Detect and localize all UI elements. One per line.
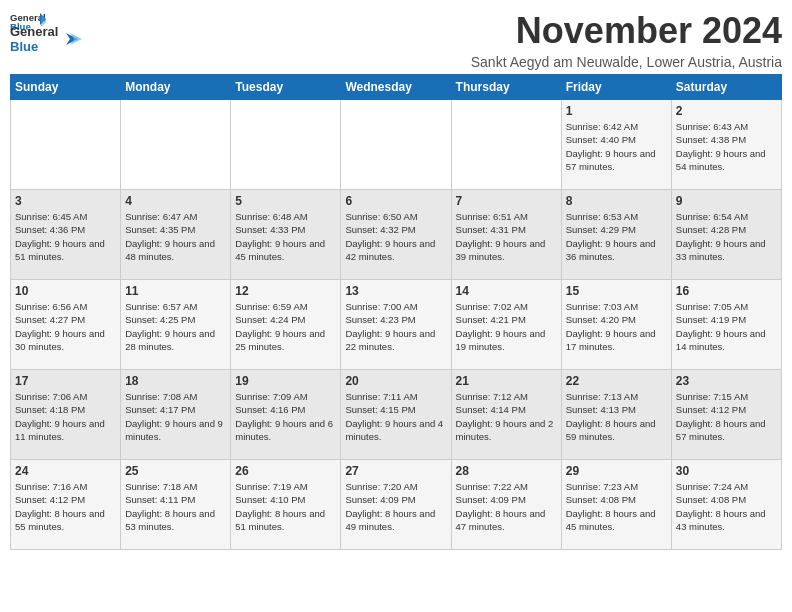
calendar-week-row: 3Sunrise: 6:45 AM Sunset: 4:36 PM Daylig… bbox=[11, 190, 782, 280]
day-number: 18 bbox=[125, 374, 226, 388]
calendar-day-cell: 28Sunrise: 7:22 AM Sunset: 4:09 PM Dayli… bbox=[451, 460, 561, 550]
day-number: 29 bbox=[566, 464, 667, 478]
calendar-day-cell: 19Sunrise: 7:09 AM Sunset: 4:16 PM Dayli… bbox=[231, 370, 341, 460]
calendar-day-cell: 13Sunrise: 7:00 AM Sunset: 4:23 PM Dayli… bbox=[341, 280, 451, 370]
day-info: Sunrise: 6:59 AM Sunset: 4:24 PM Dayligh… bbox=[235, 300, 336, 353]
logo-general: General bbox=[10, 24, 58, 39]
calendar-day-cell: 21Sunrise: 7:12 AM Sunset: 4:14 PM Dayli… bbox=[451, 370, 561, 460]
day-info: Sunrise: 7:12 AM Sunset: 4:14 PM Dayligh… bbox=[456, 390, 557, 443]
day-info: Sunrise: 7:13 AM Sunset: 4:13 PM Dayligh… bbox=[566, 390, 667, 443]
day-number: 5 bbox=[235, 194, 336, 208]
calendar-day-cell: 11Sunrise: 6:57 AM Sunset: 4:25 PM Dayli… bbox=[121, 280, 231, 370]
day-info: Sunrise: 7:15 AM Sunset: 4:12 PM Dayligh… bbox=[676, 390, 777, 443]
weekday-header-cell: Friday bbox=[561, 75, 671, 100]
day-info: Sunrise: 7:23 AM Sunset: 4:08 PM Dayligh… bbox=[566, 480, 667, 533]
logo: General Blue General Blue bbox=[10, 10, 82, 54]
day-number: 30 bbox=[676, 464, 777, 478]
day-info: Sunrise: 7:18 AM Sunset: 4:11 PM Dayligh… bbox=[125, 480, 226, 533]
location-subtitle: Sankt Aegyd am Neuwalde, Lower Austria, … bbox=[471, 54, 782, 70]
day-number: 11 bbox=[125, 284, 226, 298]
day-info: Sunrise: 6:50 AM Sunset: 4:32 PM Dayligh… bbox=[345, 210, 446, 263]
weekday-header-cell: Sunday bbox=[11, 75, 121, 100]
calendar-week-row: 17Sunrise: 7:06 AM Sunset: 4:18 PM Dayli… bbox=[11, 370, 782, 460]
calendar-day-cell: 8Sunrise: 6:53 AM Sunset: 4:29 PM Daylig… bbox=[561, 190, 671, 280]
calendar-day-cell: 14Sunrise: 7:02 AM Sunset: 4:21 PM Dayli… bbox=[451, 280, 561, 370]
day-number: 3 bbox=[15, 194, 116, 208]
calendar-day-cell: 29Sunrise: 7:23 AM Sunset: 4:08 PM Dayli… bbox=[561, 460, 671, 550]
day-number: 22 bbox=[566, 374, 667, 388]
day-info: Sunrise: 7:22 AM Sunset: 4:09 PM Dayligh… bbox=[456, 480, 557, 533]
day-number: 13 bbox=[345, 284, 446, 298]
day-number: 19 bbox=[235, 374, 336, 388]
day-info: Sunrise: 6:54 AM Sunset: 4:28 PM Dayligh… bbox=[676, 210, 777, 263]
title-block: November 2024 Sankt Aegyd am Neuwalde, L… bbox=[471, 10, 782, 70]
day-info: Sunrise: 7:06 AM Sunset: 4:18 PM Dayligh… bbox=[15, 390, 116, 443]
calendar-week-row: 10Sunrise: 6:56 AM Sunset: 4:27 PM Dayli… bbox=[11, 280, 782, 370]
day-info: Sunrise: 7:11 AM Sunset: 4:15 PM Dayligh… bbox=[345, 390, 446, 443]
day-number: 25 bbox=[125, 464, 226, 478]
weekday-header-cell: Tuesday bbox=[231, 75, 341, 100]
day-number: 28 bbox=[456, 464, 557, 478]
calendar-day-cell bbox=[451, 100, 561, 190]
calendar-body: 1Sunrise: 6:42 AM Sunset: 4:40 PM Daylig… bbox=[11, 100, 782, 550]
weekday-header-cell: Wednesday bbox=[341, 75, 451, 100]
calendar-day-cell: 17Sunrise: 7:06 AM Sunset: 4:18 PM Dayli… bbox=[11, 370, 121, 460]
calendar-day-cell bbox=[341, 100, 451, 190]
day-number: 23 bbox=[676, 374, 777, 388]
calendar-day-cell: 22Sunrise: 7:13 AM Sunset: 4:13 PM Dayli… bbox=[561, 370, 671, 460]
day-number: 9 bbox=[676, 194, 777, 208]
day-number: 6 bbox=[345, 194, 446, 208]
day-number: 12 bbox=[235, 284, 336, 298]
day-info: Sunrise: 6:48 AM Sunset: 4:33 PM Dayligh… bbox=[235, 210, 336, 263]
calendar-day-cell: 20Sunrise: 7:11 AM Sunset: 4:15 PM Dayli… bbox=[341, 370, 451, 460]
day-number: 26 bbox=[235, 464, 336, 478]
day-number: 8 bbox=[566, 194, 667, 208]
day-info: Sunrise: 6:56 AM Sunset: 4:27 PM Dayligh… bbox=[15, 300, 116, 353]
day-info: Sunrise: 6:51 AM Sunset: 4:31 PM Dayligh… bbox=[456, 210, 557, 263]
day-info: Sunrise: 7:16 AM Sunset: 4:12 PM Dayligh… bbox=[15, 480, 116, 533]
logo-blue: Blue bbox=[10, 39, 58, 54]
calendar-day-cell: 18Sunrise: 7:08 AM Sunset: 4:17 PM Dayli… bbox=[121, 370, 231, 460]
calendar-day-cell: 15Sunrise: 7:03 AM Sunset: 4:20 PM Dayli… bbox=[561, 280, 671, 370]
day-number: 1 bbox=[566, 104, 667, 118]
calendar-table: SundayMondayTuesdayWednesdayThursdayFrid… bbox=[10, 74, 782, 550]
calendar-day-cell bbox=[121, 100, 231, 190]
weekday-header-row: SundayMondayTuesdayWednesdayThursdayFrid… bbox=[11, 75, 782, 100]
day-number: 14 bbox=[456, 284, 557, 298]
day-number: 16 bbox=[676, 284, 777, 298]
day-info: Sunrise: 7:09 AM Sunset: 4:16 PM Dayligh… bbox=[235, 390, 336, 443]
weekday-header-cell: Monday bbox=[121, 75, 231, 100]
day-number: 4 bbox=[125, 194, 226, 208]
weekday-header-cell: Saturday bbox=[671, 75, 781, 100]
page-header: General Blue General Blue November 2024 … bbox=[10, 10, 782, 70]
day-number: 7 bbox=[456, 194, 557, 208]
day-number: 27 bbox=[345, 464, 446, 478]
calendar-day-cell: 4Sunrise: 6:47 AM Sunset: 4:35 PM Daylig… bbox=[121, 190, 231, 280]
calendar-day-cell: 30Sunrise: 7:24 AM Sunset: 4:08 PM Dayli… bbox=[671, 460, 781, 550]
day-info: Sunrise: 7:00 AM Sunset: 4:23 PM Dayligh… bbox=[345, 300, 446, 353]
calendar-week-row: 24Sunrise: 7:16 AM Sunset: 4:12 PM Dayli… bbox=[11, 460, 782, 550]
calendar-day-cell: 12Sunrise: 6:59 AM Sunset: 4:24 PM Dayli… bbox=[231, 280, 341, 370]
calendar-day-cell: 5Sunrise: 6:48 AM Sunset: 4:33 PM Daylig… bbox=[231, 190, 341, 280]
day-number: 10 bbox=[15, 284, 116, 298]
weekday-header-cell: Thursday bbox=[451, 75, 561, 100]
logo-arrow-icon bbox=[62, 29, 82, 49]
day-info: Sunrise: 7:02 AM Sunset: 4:21 PM Dayligh… bbox=[456, 300, 557, 353]
calendar-day-cell: 9Sunrise: 6:54 AM Sunset: 4:28 PM Daylig… bbox=[671, 190, 781, 280]
calendar-day-cell: 10Sunrise: 6:56 AM Sunset: 4:27 PM Dayli… bbox=[11, 280, 121, 370]
calendar-day-cell bbox=[11, 100, 121, 190]
calendar-day-cell: 3Sunrise: 6:45 AM Sunset: 4:36 PM Daylig… bbox=[11, 190, 121, 280]
day-number: 15 bbox=[566, 284, 667, 298]
day-info: Sunrise: 7:24 AM Sunset: 4:08 PM Dayligh… bbox=[676, 480, 777, 533]
day-info: Sunrise: 6:47 AM Sunset: 4:35 PM Dayligh… bbox=[125, 210, 226, 263]
day-info: Sunrise: 7:20 AM Sunset: 4:09 PM Dayligh… bbox=[345, 480, 446, 533]
day-number: 24 bbox=[15, 464, 116, 478]
day-info: Sunrise: 6:42 AM Sunset: 4:40 PM Dayligh… bbox=[566, 120, 667, 173]
day-number: 2 bbox=[676, 104, 777, 118]
calendar-day-cell: 16Sunrise: 7:05 AM Sunset: 4:19 PM Dayli… bbox=[671, 280, 781, 370]
month-title: November 2024 bbox=[471, 10, 782, 52]
day-number: 20 bbox=[345, 374, 446, 388]
calendar-day-cell: 23Sunrise: 7:15 AM Sunset: 4:12 PM Dayli… bbox=[671, 370, 781, 460]
day-info: Sunrise: 6:57 AM Sunset: 4:25 PM Dayligh… bbox=[125, 300, 226, 353]
day-info: Sunrise: 6:53 AM Sunset: 4:29 PM Dayligh… bbox=[566, 210, 667, 263]
